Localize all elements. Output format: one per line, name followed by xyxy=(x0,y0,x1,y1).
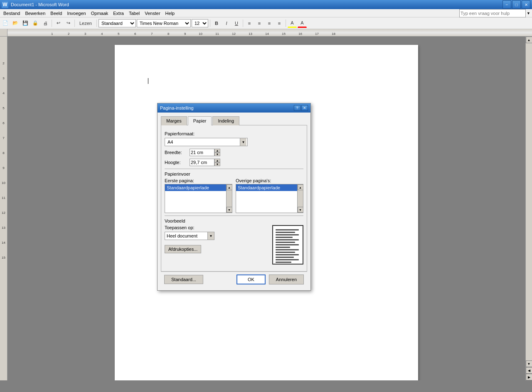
eerste-pagina-listbox[interactable]: Standaardpapierlade ▲ ▼ xyxy=(165,184,232,213)
preview-line-3 xyxy=(276,234,299,235)
toepassen-op-dropdown[interactable]: Heel document ▼ xyxy=(165,232,214,240)
sep3 xyxy=(96,20,97,27)
preview-line-14 xyxy=(276,262,291,263)
open-button[interactable]: 📂 xyxy=(11,19,20,28)
menu-invoegen[interactable]: Invoegen xyxy=(64,10,88,17)
breedte-down[interactable]: ▼ xyxy=(214,152,220,156)
dialog-footer: Standaard... OK Annuleren xyxy=(161,272,307,287)
hoogte-down[interactable]: ▼ xyxy=(214,162,220,166)
menu-extra[interactable]: Extra xyxy=(111,10,126,17)
align-left-button[interactable]: ≡ xyxy=(245,19,254,28)
papierformaat-arrow[interactable]: ▼ xyxy=(240,138,246,146)
dialog-close-button[interactable]: ✕ xyxy=(301,105,308,111)
scroll-up-button[interactable]: ▲ xyxy=(526,37,532,43)
help-dropdown-arrow[interactable]: ▼ xyxy=(526,11,531,15)
eerste-up-btn[interactable]: ▲ xyxy=(227,184,232,190)
vertical-scrollbar[interactable]: ▲ ▼ ◀ ▶ xyxy=(525,37,532,380)
close-button[interactable]: ✕ xyxy=(522,0,530,9)
lezen-button[interactable]: Lezen xyxy=(76,19,95,28)
redo-button[interactable]: ↪ xyxy=(64,19,73,28)
scroll-next-page-button[interactable]: ▶ xyxy=(526,374,532,380)
highlight-button[interactable]: A xyxy=(288,19,297,28)
breedte-input[interactable] xyxy=(190,149,214,156)
font-dropdown[interactable]: Times New Roman xyxy=(137,19,191,27)
scroll-prev-page-button[interactable]: ◀ xyxy=(526,367,532,374)
scroll-down-button[interactable]: ▼ xyxy=(526,360,532,367)
overige-down-btn[interactable]: ▼ xyxy=(298,207,303,213)
ok-cancel-group: OK Annuleren xyxy=(236,274,304,284)
menu-bar: Bestand Bewerken Beeld Invoegen Opmaak E… xyxy=(0,9,532,17)
sep4 xyxy=(210,20,210,27)
divider1 xyxy=(165,169,303,169)
papierformaat-dropdown[interactable]: A4 ▼ xyxy=(165,138,248,146)
toepassen-op-row: Toepassen op: xyxy=(165,225,269,230)
preview-line-2 xyxy=(276,232,295,233)
eerste-pagina-scrollbar[interactable]: ▲ ▼ xyxy=(226,184,232,213)
permission-button[interactable]: 🔒 xyxy=(31,19,40,28)
sep5 xyxy=(243,20,243,27)
eerste-down-btn[interactable]: ▼ xyxy=(227,207,232,213)
preview-line-11 xyxy=(276,254,299,255)
overige-paginas-scrollbar[interactable]: ▲ ▼ xyxy=(297,184,303,213)
papierformaat-value: A4 xyxy=(166,140,240,145)
voorbeeld-label: Voorbeeld xyxy=(165,218,303,223)
standaard-button[interactable]: Standaard... xyxy=(164,275,203,284)
bold-button[interactable]: B xyxy=(212,19,221,28)
tab-papier[interactable]: Papier xyxy=(188,116,212,125)
menu-bewerken[interactable]: Bewerken xyxy=(22,10,48,17)
maximize-button[interactable]: □ xyxy=(512,0,521,9)
menu-tabel[interactable]: Tabel xyxy=(126,10,142,17)
new-button[interactable]: 📄 xyxy=(1,19,10,28)
hoogte-input-group: ▲ ▼ xyxy=(190,159,220,166)
hoogte-input[interactable] xyxy=(190,159,214,166)
tab-indeling[interactable]: Indeling xyxy=(212,116,239,125)
justify-button[interactable]: ≡ xyxy=(275,19,284,28)
overige-paginas-label: Overige pagina's: xyxy=(236,178,303,183)
hoogte-up[interactable]: ▲ xyxy=(214,159,220,162)
overige-paginas-section: Overige pagina's: Standaardpapierlade ▲ … xyxy=(236,178,303,213)
style-dropdown[interactable]: Standaard xyxy=(99,19,136,27)
page-setup-dialog: Pagina-instelling ? ✕ Marges Papier Inde… xyxy=(157,103,311,291)
overige-paginas-item-standaard[interactable]: Standaardpapierlade xyxy=(236,184,303,191)
italic-button[interactable]: I xyxy=(222,19,231,28)
minimize-button[interactable]: − xyxy=(502,0,511,9)
preview-line-8 xyxy=(276,247,290,248)
afdrukopties-button[interactable]: Afdrukopties... xyxy=(165,245,201,253)
overige-paginas-listbox[interactable]: Standaardpapierlade ▲ ▼ xyxy=(236,184,303,213)
dialog-title-controls[interactable]: ? ✕ xyxy=(294,105,308,111)
eerste-pagina-section: Eerste pagina: Standaardpapierlade ▲ ▼ xyxy=(165,178,232,213)
ok-button[interactable]: OK xyxy=(236,274,266,284)
menu-beeld[interactable]: Beeld xyxy=(48,10,64,17)
breedte-up[interactable]: ▲ xyxy=(214,149,220,152)
breedte-spin[interactable]: ▲ ▼ xyxy=(214,149,220,156)
hoogte-spin[interactable]: ▲ ▼ xyxy=(214,159,220,166)
title-bar-left: W Document1 - Microsoft Word xyxy=(2,1,69,8)
help-search-input[interactable] xyxy=(459,9,526,17)
title-bar-controls[interactable]: − □ ✕ xyxy=(502,0,530,9)
menu-bestand[interactable]: Bestand xyxy=(1,10,22,17)
underline-button[interactable]: U xyxy=(232,19,241,28)
dialog-help-button[interactable]: ? xyxy=(294,105,300,111)
font-size-dropdown[interactable]: 12 xyxy=(192,19,208,27)
tab-content-papier: Papierformaat: A4 ▼ Breedte: ▲ ▼ xyxy=(161,125,307,272)
sep2 xyxy=(74,20,75,27)
divider2 xyxy=(165,216,303,216)
font-color-button[interactable]: A xyxy=(298,19,307,28)
menu-venster[interactable]: Venster xyxy=(142,10,163,17)
overige-up-btn[interactable]: ▲ xyxy=(298,184,303,190)
annuleren-button[interactable]: Annuleren xyxy=(269,274,304,284)
dialog-body: Marges Papier Indeling Papierformaat: A4… xyxy=(158,113,310,290)
print-button[interactable]: 🖨 xyxy=(41,19,50,28)
eerste-pagina-item-standaard[interactable]: Standaardpapierlade xyxy=(165,184,232,191)
toepassen-op-arrow[interactable]: ▼ xyxy=(207,232,214,240)
preview-line-4 xyxy=(276,237,293,238)
menu-help[interactable]: Help xyxy=(163,10,177,17)
menu-opmaak[interactable]: Opmaak xyxy=(89,10,111,17)
page-preview-image xyxy=(272,225,303,265)
undo-button[interactable]: ↩ xyxy=(54,19,63,28)
papierinvoer-label: Papierinvoer xyxy=(165,172,303,176)
tab-marges[interactable]: Marges xyxy=(161,116,187,125)
save-button[interactable]: 💾 xyxy=(21,19,30,28)
align-right-button[interactable]: ≡ xyxy=(265,19,274,28)
align-center-button[interactable]: ≡ xyxy=(255,19,264,28)
